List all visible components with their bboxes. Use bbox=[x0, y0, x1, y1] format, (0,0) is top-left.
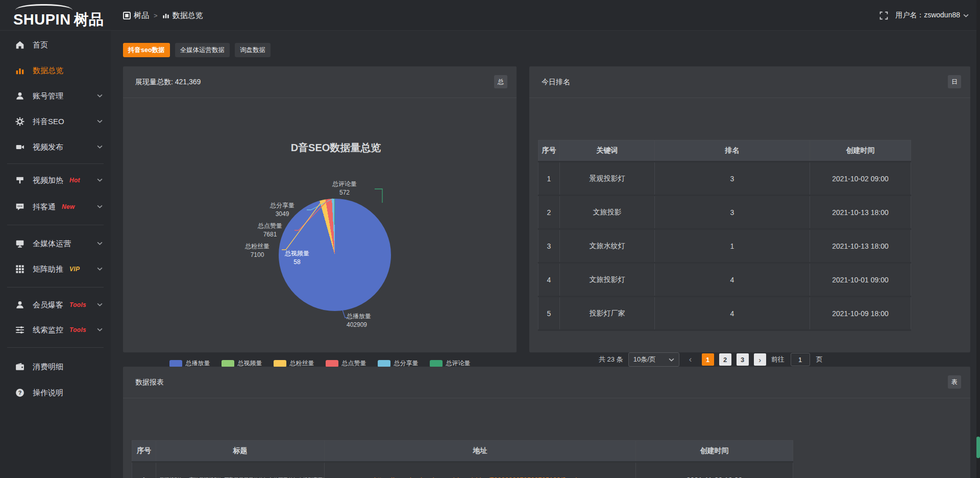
table-header-row: 序号 关键词 排名 创建时间 bbox=[538, 140, 911, 162]
grid-icon bbox=[15, 265, 24, 274]
sidebar-divider bbox=[7, 287, 104, 288]
goto-label: 前往 bbox=[771, 355, 785, 364]
data-tabs: 抖音seo数据 全媒体运营数据 询盘数据 bbox=[123, 43, 271, 57]
table-toggle-button[interactable]: 表 bbox=[948, 375, 961, 389]
app-logo[interactable]: SHUPIN树品 bbox=[13, 4, 105, 28]
tab-media-operation[interactable]: 全媒体运营数据 bbox=[175, 43, 230, 57]
ranking-table: 序号 关键词 排名 创建时间 1景观投影灯32021-10-02 09:00 2… bbox=[538, 140, 911, 331]
wallet-icon bbox=[15, 362, 24, 371]
report-panel: 数据报表 表 序号 标题 地址 创建时间 1 景观投影灯，夜游景观投影灯 bbox=[123, 367, 970, 478]
new-badge: New bbox=[62, 203, 75, 210]
sidebar-item-home[interactable]: 首页 bbox=[0, 32, 111, 58]
page-size-select[interactable]: 10条/页 bbox=[628, 352, 679, 367]
pie-label-comments: 总评论量572 bbox=[314, 180, 375, 197]
page-button-1[interactable]: 1 bbox=[702, 353, 714, 366]
sidebar-item-account[interactable]: 账号管理 bbox=[0, 83, 111, 109]
impressions-total-label: 展现量总数: 421,369 bbox=[135, 78, 201, 87]
scrollbar-thumb[interactable] bbox=[976, 437, 980, 458]
table-row: 1景观投影灯32021-10-02 09:00 bbox=[538, 162, 911, 196]
next-page-button[interactable]: › bbox=[754, 353, 766, 366]
home-icon bbox=[15, 40, 24, 50]
sidebar-item-video-heat[interactable]: 视频加热 Hot bbox=[0, 168, 111, 193]
sidebar-item-lead-monitor[interactable]: 线索监控 Tools bbox=[0, 317, 111, 343]
overview-panel: 展现量总数: 421,369 总 D音SEO数据量总览 总评论量572 总分享量… bbox=[123, 66, 517, 352]
tab-inquiry[interactable]: 询盘数据 bbox=[235, 43, 271, 57]
username-label: 用户名：zswodun88 bbox=[895, 11, 960, 20]
tab-douyin-seo[interactable]: 抖音seo数据 bbox=[123, 43, 170, 57]
chevron-down-icon bbox=[97, 119, 103, 123]
day-toggle-button[interactable]: 日 bbox=[948, 75, 961, 88]
tools-badge: Tools bbox=[69, 326, 86, 333]
video-link[interactable]: https://www.iesdouyin.com/share/video/70… bbox=[325, 462, 636, 478]
sidebar-divider bbox=[7, 163, 104, 164]
chevron-down-icon bbox=[97, 94, 103, 98]
sidebar-item-consumption-detail[interactable]: 消费明细 bbox=[0, 354, 111, 379]
chevron-down-icon bbox=[97, 145, 103, 149]
chat-bubble-icon bbox=[15, 202, 24, 211]
report-table: 序号 标题 地址 创建时间 1 景观投影灯，夜游景观投影灯厂家展示展示落花灯在花… bbox=[132, 440, 793, 478]
legend-swatch bbox=[274, 360, 286, 367]
sidebar-item-member-burst[interactable]: 会员爆客 Tools bbox=[0, 292, 111, 318]
logo-text: SHUPIN树品 bbox=[13, 10, 104, 30]
video-title-cell: 景观投影灯，夜游景观投影灯厂家展示展示落花灯在花园里的灯光投影应用效果 # bbox=[156, 462, 325, 478]
report-panel-title: 数据报表 bbox=[135, 378, 164, 387]
legend-swatch bbox=[222, 360, 234, 367]
tools-badge: Tools bbox=[69, 301, 86, 308]
page-button-3[interactable]: 3 bbox=[737, 353, 749, 366]
pagination-total: 共 23 条 bbox=[599, 355, 623, 364]
sidebar-item-video-publish[interactable]: 视频发布 bbox=[0, 134, 111, 160]
video-camera-icon bbox=[15, 142, 24, 152]
goto-unit: 页 bbox=[816, 355, 823, 364]
goto-page-input[interactable] bbox=[791, 353, 810, 366]
ranking-panel-header: 今日排名 日 bbox=[529, 66, 970, 98]
breadcrumb-root[interactable]: 树品 bbox=[123, 11, 149, 20]
page-scrollbar bbox=[976, 0, 980, 478]
report-panel-header: 数据报表 表 bbox=[123, 367, 970, 398]
chevron-down-icon bbox=[97, 205, 103, 208]
main-content: 抖音seo数据 全媒体运营数据 询盘数据 展现量总数: 421,369 总 D音… bbox=[111, 31, 980, 478]
table-row: 5投影灯厂家42021-10-09 18:00 bbox=[538, 297, 911, 330]
gear-icon bbox=[15, 117, 24, 126]
sidebar-item-douyin-seo[interactable]: 抖音SEO bbox=[0, 109, 111, 134]
sidebar-item-media-operation[interactable]: 全媒体运营 bbox=[0, 231, 111, 256]
app-square-icon bbox=[123, 12, 131, 19]
user-icon bbox=[15, 91, 24, 101]
col-title: 标题 bbox=[156, 441, 325, 462]
col-index: 序号 bbox=[132, 441, 156, 462]
legend-swatch bbox=[430, 360, 443, 367]
sidebar-item-doketong[interactable]: 抖客通 New bbox=[0, 194, 111, 220]
sidebar-item-help[interactable]: ? 操作说明 bbox=[0, 380, 111, 405]
ranking-table-area: 序号 关键词 排名 创建时间 1景观投影灯32021-10-02 09:00 2… bbox=[529, 98, 970, 352]
hot-badge: Hot bbox=[69, 177, 80, 184]
ranking-panel: 今日排名 日 序号 关键词 排名 创建时间 1景观投影灯32021-10-02 … bbox=[529, 66, 970, 352]
chevron-down-icon bbox=[97, 267, 103, 271]
sidebar-divider bbox=[7, 225, 104, 225]
table-row: 3文旅水纹灯12021-10-13 18:00 bbox=[538, 229, 911, 263]
fullscreen-icon[interactable] bbox=[879, 11, 888, 20]
sidebar-item-matrix-boost[interactable]: 矩阵助推 VIP bbox=[0, 256, 111, 282]
report-table-area: 序号 标题 地址 创建时间 1 景观投影灯，夜游景观投影灯厂家展示展示落花灯在花… bbox=[123, 398, 970, 478]
pie-label-likes: 总点赞量7681 bbox=[244, 222, 296, 239]
sidebar-item-data-overview[interactable]: 数据总览 bbox=[0, 58, 111, 83]
question-circle-icon: ? bbox=[15, 388, 24, 397]
page-button-2[interactable]: 2 bbox=[719, 353, 731, 366]
promote-sign-icon bbox=[15, 176, 24, 185]
chevron-down-icon bbox=[97, 303, 103, 306]
user-menu[interactable]: 用户名：zswodun88 bbox=[895, 11, 969, 20]
col-index: 序号 bbox=[538, 140, 560, 162]
pie-label-shares: 总分享量3049 bbox=[257, 201, 308, 219]
chevron-down-icon bbox=[97, 178, 103, 182]
sidebar-divider bbox=[7, 347, 104, 348]
prev-page-button[interactable]: ‹ bbox=[684, 353, 697, 366]
sliders-icon bbox=[15, 325, 24, 334]
chart-title: D音SEO数据量总览 bbox=[291, 141, 381, 155]
chevron-down-icon bbox=[963, 14, 969, 17]
pie-label-videos: 总视频量58 bbox=[272, 249, 323, 267]
total-toggle-button[interactable]: 总 bbox=[494, 75, 507, 88]
breadcrumb-current[interactable]: 数据总览 bbox=[162, 11, 203, 20]
sidebar: 首页 数据总览 账号管理 抖音SEO 视频发布 视频加热 Hot 抖客通 New… bbox=[0, 31, 111, 478]
table-row: 2文旅投影32021-10-13 18:00 bbox=[538, 196, 911, 229]
monitor-icon bbox=[15, 239, 24, 248]
pie-label-plays: 总播放量402909 bbox=[347, 312, 413, 329]
breadcrumb-separator: > bbox=[154, 12, 158, 19]
